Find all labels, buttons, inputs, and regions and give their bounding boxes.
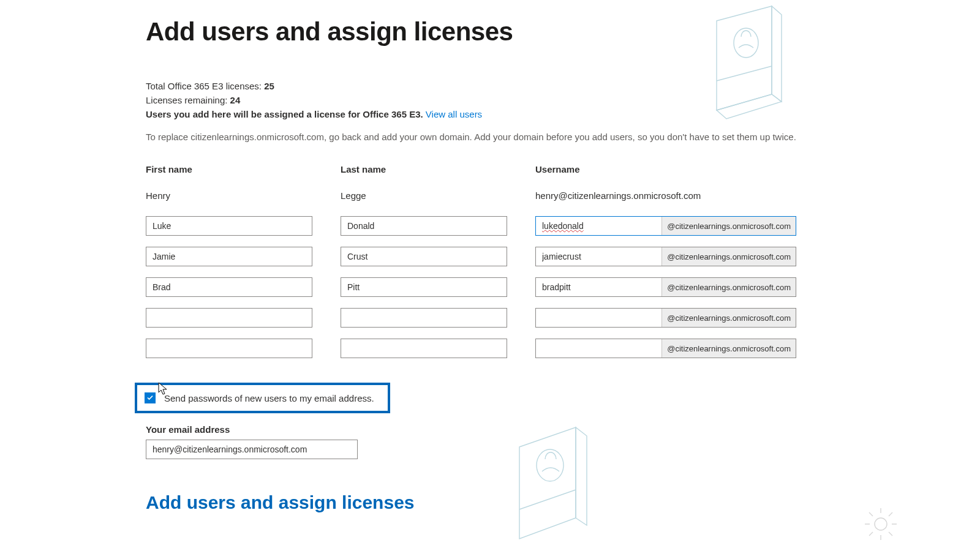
send-passwords-checkbox[interactable] — [145, 392, 156, 403]
col-username: Username — [535, 164, 796, 174]
username-input[interactable] — [536, 278, 662, 296]
last-name-input[interactable] — [341, 247, 507, 266]
total-licenses-value: 25 — [264, 81, 274, 91]
col-first-name: First name — [146, 164, 312, 174]
username-field[interactable]: @citizenlearnings.onmicrosoft.com — [535, 247, 796, 266]
last-name-input[interactable] — [341, 339, 507, 358]
send-passwords-label: Send passwords of new users to my email … — [164, 393, 374, 403]
svg-marker-3 — [772, 6, 782, 102]
username-field[interactable]: @citizenlearnings.onmicrosoft.com — [535, 277, 796, 297]
user-rows: lukedonald@citizenlearnings.onmicrosoft.… — [146, 216, 943, 369]
existing-first-name: Henry — [146, 190, 312, 203]
last-name-input[interactable] — [341, 308, 507, 328]
username-input[interactable] — [536, 339, 662, 358]
username-input[interactable] — [536, 309, 662, 327]
first-name-input[interactable] — [146, 339, 312, 358]
svg-marker-4 — [717, 94, 782, 119]
svg-point-2 — [734, 28, 758, 58]
total-licenses-label: Total Office 365 E3 licenses: — [146, 81, 264, 91]
gear-icon — [861, 504, 900, 544]
username-input[interactable]: lukedonald — [536, 217, 662, 235]
svg-marker-8 — [576, 427, 587, 525]
username-field[interactable]: lukedonald@citizenlearnings.onmicrosoft.… — [535, 216, 796, 236]
domain-suffix: @citizenlearnings.onmicrosoft.com — [662, 309, 796, 327]
users-grid: First name Last name Username Henry Legg… — [146, 164, 943, 216]
first-name-input[interactable] — [146, 277, 312, 297]
existing-username: henry@citizenlearnings.onmicrosoft.com — [535, 190, 796, 203]
domain-suffix: @citizenlearnings.onmicrosoft.com — [662, 278, 796, 296]
col-last-name: Last name — [341, 164, 507, 174]
check-icon — [146, 394, 154, 402]
domain-suffix: @citizenlearnings.onmicrosoft.com — [662, 247, 796, 266]
your-email-input[interactable] — [146, 440, 358, 459]
first-name-input[interactable] — [146, 308, 312, 328]
user-card-illustration-bottom — [505, 422, 609, 545]
remaining-licenses-value: 24 — [230, 95, 241, 105]
last-name-input[interactable] — [341, 216, 507, 236]
first-name-input[interactable] — [146, 247, 312, 266]
svg-point-9 — [875, 518, 887, 530]
svg-line-6 — [519, 490, 576, 509]
username-field[interactable]: @citizenlearnings.onmicrosoft.com — [535, 339, 796, 358]
license-info: Total Office 365 E3 licenses: 25 License… — [146, 81, 943, 119]
page-title: Add users and assign licenses — [146, 17, 943, 47]
view-all-users-link[interactable]: View all users — [426, 109, 482, 119]
username-input[interactable] — [536, 247, 662, 266]
user-card-illustration-top — [698, 2, 796, 125]
username-field[interactable]: @citizenlearnings.onmicrosoft.com — [535, 308, 796, 328]
last-name-input[interactable] — [341, 277, 507, 297]
domain-replace-note: To replace citizenlearnings.onmicrosoft.… — [146, 132, 943, 142]
svg-line-1 — [717, 66, 772, 81]
assign-note: Users you add here will be assigned a li… — [146, 109, 426, 119]
send-passwords-highlight: Send passwords of new users to my email … — [135, 383, 390, 413]
first-name-input[interactable] — [146, 216, 312, 236]
svg-point-7 — [537, 449, 564, 481]
domain-suffix: @citizenlearnings.onmicrosoft.com — [662, 217, 796, 235]
svg-marker-0 — [717, 6, 772, 110]
existing-last-name: Legge — [341, 190, 507, 203]
domain-suffix: @citizenlearnings.onmicrosoft.com — [662, 339, 796, 358]
svg-marker-5 — [519, 427, 576, 539]
remaining-licenses-label: Licenses remaining: — [146, 95, 230, 105]
